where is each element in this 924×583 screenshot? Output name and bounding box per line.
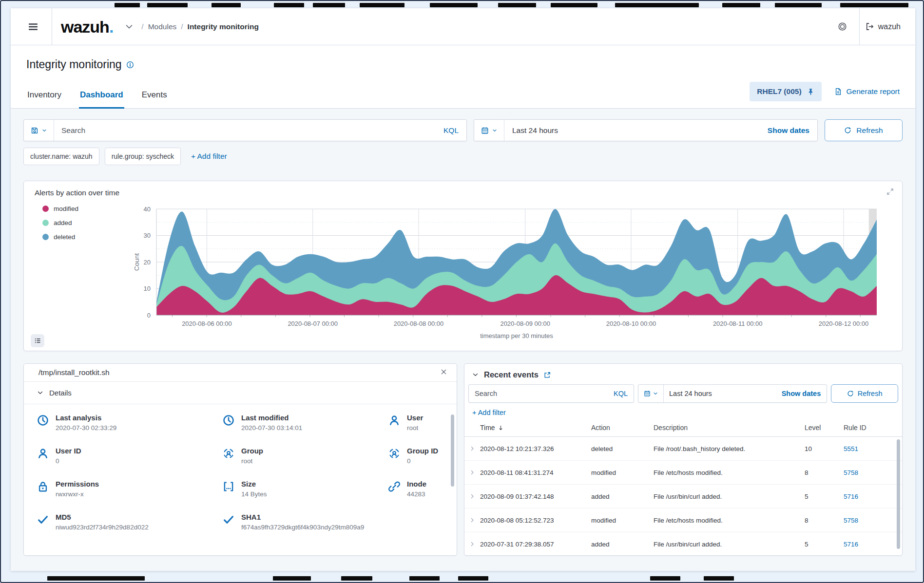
- tab-events[interactable]: Events: [141, 88, 168, 109]
- events-refresh-button[interactable]: Refresh: [831, 384, 898, 403]
- filters-row: cluster.name: wazuhrule.group: syscheck …: [23, 148, 903, 165]
- wazuh-logo[interactable]: wazuh.: [61, 19, 113, 35]
- close-button[interactable]: [439, 368, 448, 377]
- circle-icon: [838, 22, 847, 31]
- column-header-rule-id[interactable]: Rule ID: [844, 424, 902, 432]
- refresh-button[interactable]: Refresh: [825, 119, 903, 141]
- filter-pill-rule-group-syscheck[interactable]: rule.group: syscheck: [105, 148, 181, 165]
- scrollbar[interactable]: [897, 439, 900, 549]
- expand-chart-button[interactable]: [886, 188, 894, 197]
- filter-pill-cluster-name-wazuh[interactable]: cluster.name: wazuh: [23, 148, 99, 165]
- events-show-dates-button[interactable]: Show dates: [776, 385, 827, 402]
- pin-icon: [807, 88, 814, 95]
- redacted-bar: [147, 3, 188, 7]
- svg-text:40: 40: [144, 206, 151, 213]
- scrollbar[interactable]: [451, 414, 454, 487]
- detail-value: niwud923rd2f734r9h29d82d022: [56, 524, 154, 531]
- event-row[interactable]: 2020-08-11 08:41:31.274 modified File /e…: [464, 461, 902, 485]
- user-icon: [388, 414, 400, 426]
- event-action: deleted: [591, 445, 654, 452]
- events-calendar-button[interactable]: [638, 385, 664, 402]
- rule-id-link[interactable]: 5716: [844, 493, 902, 500]
- agent-badge[interactable]: RHEL7 (005): [750, 82, 821, 101]
- column-header-level[interactable]: Level: [805, 424, 844, 432]
- redacted-bar: [722, 3, 760, 7]
- calendar-icon: [644, 390, 651, 397]
- info-icon[interactable]: [126, 61, 134, 69]
- refresh-icon: [847, 390, 854, 397]
- event-time: 2020-08-08 05:12:52.723: [480, 517, 591, 524]
- external-link-icon[interactable]: [544, 372, 551, 378]
- detail-label: Group: [241, 447, 263, 455]
- legend-item-added[interactable]: added: [42, 219, 78, 226]
- add-filter-link[interactable]: + Add filter: [191, 152, 227, 161]
- event-action: added: [591, 493, 654, 500]
- health-status-button[interactable]: [829, 17, 856, 37]
- event-description: File /etc/hosts modified.: [654, 469, 805, 476]
- chevron-down-icon[interactable]: [125, 22, 134, 31]
- detail-label: MD5: [56, 513, 154, 521]
- legend-item-deleted[interactable]: deleted: [42, 233, 78, 241]
- event-row[interactable]: 2020-08-12 10:21:37.326 deleted File /ro…: [464, 437, 902, 461]
- events-table-body: 2020-08-12 10:21:37.326 deleted File /ro…: [464, 437, 902, 556]
- saved-queries-button[interactable]: [24, 120, 54, 141]
- calendar-button[interactable]: [474, 120, 504, 141]
- chevron-down-icon: [37, 390, 43, 396]
- events-kql-button[interactable]: KQL: [608, 385, 634, 402]
- detail-item-sha1: SHA1 f674as9fh3729dkgt6f4k903ndy29tm809a…: [223, 513, 388, 531]
- column-header-action[interactable]: Action: [591, 424, 654, 432]
- kql-button[interactable]: KQL: [436, 120, 466, 141]
- menu-button[interactable]: [23, 17, 43, 37]
- tab-inventory[interactable]: Inventory: [26, 88, 62, 109]
- rule-id-link[interactable]: 5758: [844, 469, 902, 476]
- legend-toggle-button[interactable]: [31, 334, 44, 347]
- collapse-panel-icon[interactable]: [472, 372, 479, 378]
- events-add-filter-link[interactable]: + Add filter: [472, 409, 506, 416]
- detail-label: Last analysis: [56, 414, 122, 422]
- detail-label: Permissions: [56, 480, 99, 488]
- redacted-bar: [360, 3, 404, 7]
- breadcrumb-modules[interactable]: Modules: [148, 22, 177, 31]
- events-query-bar: KQL Last 24 hours Show dates: [464, 384, 902, 403]
- column-header-time[interactable]: Time: [480, 424, 591, 432]
- svg-text:20: 20: [144, 259, 151, 266]
- detail-item-group: Group root: [223, 447, 388, 465]
- event-row[interactable]: 2020-08-09 01:37:42.148 added File /usr/…: [464, 485, 902, 508]
- legend-label: modified: [54, 205, 78, 212]
- event-row[interactable]: 2020-08-08 05:12:52.723 modified File /e…: [464, 508, 902, 532]
- detail-item-last-analysis: Last analysis 2020-07-30 02:33:29: [37, 414, 223, 432]
- divider: [859, 8, 860, 45]
- event-time: 2020-08-09 01:37:42.148: [480, 493, 591, 500]
- close-icon: [440, 368, 447, 376]
- logout-button[interactable]: wazuh: [863, 22, 904, 31]
- redacted-bar: [273, 576, 311, 581]
- divider: [52, 8, 52, 45]
- event-action: modified: [591, 469, 654, 476]
- show-dates-button[interactable]: Show dates: [760, 120, 817, 141]
- svg-text:2020-08-07 00:00: 2020-08-07 00:00: [288, 320, 338, 327]
- legend-item-modified[interactable]: modified: [42, 205, 78, 212]
- calendar-icon: [481, 127, 489, 134]
- event-row[interactable]: 2020-07-31 07:29:38.057 added File /usr/…: [464, 532, 902, 556]
- rule-id-link[interactable]: 5551: [844, 445, 902, 452]
- generate-report-button[interactable]: Generate report: [834, 87, 900, 96]
- rule-id-link[interactable]: 5716: [844, 541, 902, 548]
- events-search-input[interactable]: [469, 385, 608, 402]
- rule-id-link[interactable]: 5758: [844, 517, 902, 524]
- detail-value: root: [241, 457, 263, 465]
- redacted-bar: [409, 576, 440, 581]
- details-accordion[interactable]: Details: [24, 382, 457, 404]
- detail-label: SHA1: [241, 513, 370, 521]
- search-input[interactable]: [54, 120, 436, 141]
- events-table-header: TimeActionDescriptionLevelRule ID: [464, 418, 902, 437]
- legend-dot: [42, 206, 49, 212]
- navbar-right: wazuh: [829, 8, 904, 45]
- breadcrumb: / Modules / Integrity monitoring: [141, 22, 259, 31]
- events-time-range-value[interactable]: Last 24 hours: [664, 385, 776, 402]
- search-bar: KQL: [23, 119, 467, 141]
- event-action: added: [591, 541, 654, 548]
- tab-dashboard[interactable]: Dashboard: [79, 88, 124, 109]
- time-range-value[interactable]: Last 24 hours: [504, 120, 760, 141]
- column-header-description[interactable]: Description: [654, 424, 805, 432]
- redacted-bar: [498, 3, 536, 7]
